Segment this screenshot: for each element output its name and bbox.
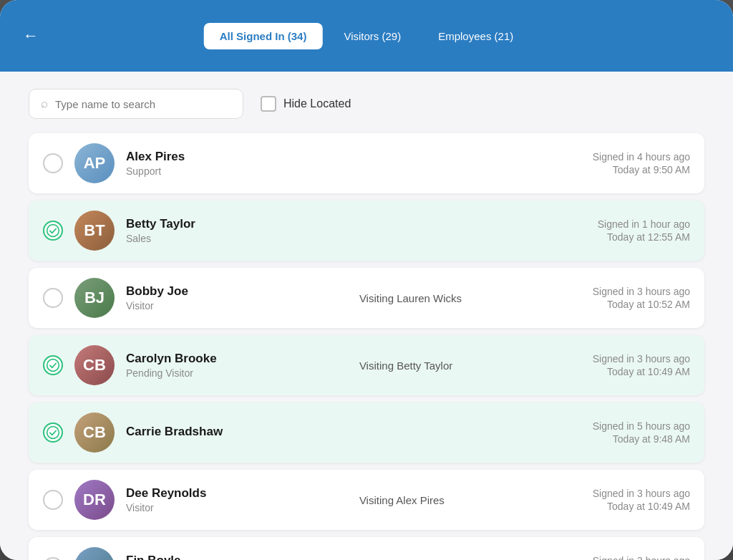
search-input[interactable] [55,98,231,110]
person-card-carrie-bradshaw[interactable]: CBCarrie BradshawSigned in 5 hours agoTo… [29,402,704,463]
signed-in-label-alex-pires: Signed in 4 hours ago [593,151,690,163]
hide-located-toggle[interactable]: Hide Located [261,96,351,112]
person-time-alex-pires: Signed in 4 hours agoToday at 9:50 AM [593,151,690,175]
person-time-fin-boyle: Signed in 3 hours agoToday at 10:52 AM [593,555,690,560]
tab-all[interactable]: All Signed In (34) [204,23,323,49]
avatar-bobby-joe: BJ [74,278,115,318]
search-icon: ⌕ [41,97,48,111]
person-time-carolyn-brooke: Signed in 3 hours agoToday at 10:49 AM [593,353,690,377]
person-info-fin-boyle: Fin BoyleSales [126,554,348,560]
signed-in-label-carolyn-brooke: Signed in 3 hours ago [593,353,690,365]
person-role-alex-pires: Support [126,165,348,177]
avatar-dee-reynolds: DR [74,480,115,520]
person-name-carrie-bradshaw: Carrie Bradshaw [126,425,348,439]
app-container: ← All Signed In (34)Visitors (29)Employe… [0,0,733,560]
person-info-carolyn-brooke: Carolyn BrookePending Visitor [126,352,348,379]
avatar-alex-pires: AP [74,143,115,183]
time-value-alex-pires: Today at 9:50 AM [593,164,690,175]
time-value-betty-taylor: Today at 12:55 AM [598,231,690,243]
person-info-bobby-joe: Bobby JoeVisitor [126,284,348,312]
hide-located-label: Hide Located [283,97,351,110]
person-card-dee-reynolds[interactable]: DRDee ReynoldsVisitorVisiting Alex Pires… [29,470,704,530]
person-visiting-bobby-joe: Visiting Lauren Wicks [359,292,581,304]
person-name-dee-reynolds: Dee Reynolds [126,486,348,501]
search-box[interactable]: ⌕ [29,89,243,119]
person-info-alex-pires: Alex PiresSupport [126,150,348,177]
person-card-bobby-joe[interactable]: BJBobby JoeVisitorVisiting Lauren WicksS… [29,268,704,328]
tab-bar: All Signed In (34)Visitors (29)Employees… [204,23,529,49]
signed-in-label-dee-reynolds: Signed in 3 hours ago [593,488,690,499]
person-visiting-carolyn-brooke: Visiting Betty Taylor [359,359,581,372]
svg-point-1 [47,359,59,372]
person-time-betty-taylor: Signed in 1 hour agoToday at 12:55 AM [598,218,690,243]
person-role-carolyn-brooke: Pending Visitor [126,367,348,379]
person-card-fin-boyle[interactable]: FBFin BoyleSalesSigned in 3 hours agoTod… [29,537,704,560]
filter-row: ⌕ Hide Located [29,89,704,119]
person-name-bobby-joe: Bobby Joe [126,284,348,299]
person-role-bobby-joe: Visitor [126,300,348,312]
locate-toggle-carrie-bradshaw[interactable] [43,423,63,443]
header: ← All Signed In (34)Visitors (29)Employe… [0,0,733,72]
avatar-carrie-bradshaw: CB [74,412,115,453]
time-value-carolyn-brooke: Today at 10:49 AM [593,366,690,377]
person-role-dee-reynolds: Visitor [126,502,348,513]
person-time-dee-reynolds: Signed in 3 hours agoToday at 10:49 AM [593,488,690,512]
svg-point-2 [47,427,59,439]
person-role-betty-taylor: Sales [126,233,350,244]
person-card-betty-taylor[interactable]: BTBetty TaylorSalesSigned in 1 hour agoT… [29,201,704,261]
person-card-alex-pires[interactable]: APAlex PiresSupportSigned in 4 hours ago… [29,133,704,193]
person-time-carrie-bradshaw: Signed in 5 hours agoToday at 9:48 AM [593,420,690,445]
locate-toggle-alex-pires[interactable] [43,153,63,173]
person-name-carolyn-brooke: Carolyn Brooke [126,352,348,366]
person-list: APAlex PiresSupportSigned in 4 hours ago… [29,133,704,560]
locate-toggle-carolyn-brooke[interactable] [43,355,63,375]
avatar-fin-boyle: FB [74,547,115,560]
tab-visitors[interactable]: Visitors (29) [328,23,417,49]
time-value-dee-reynolds: Today at 10:49 AM [593,501,690,512]
locate-toggle-dee-reynolds[interactable] [43,490,63,510]
back-icon: ← [23,26,39,45]
locate-toggle-bobby-joe[interactable] [43,288,63,308]
person-card-carolyn-brooke[interactable]: CBCarolyn BrookePending VisitorVisiting … [29,335,704,395]
back-button[interactable]: ← [17,21,44,51]
person-visiting-dee-reynolds: Visiting Alex Pires [359,494,581,506]
signed-in-label-bobby-joe: Signed in 3 hours ago [593,286,690,297]
main-content: ⌕ Hide Located APAlex PiresSupportSigned… [0,72,733,560]
person-name-alex-pires: Alex Pires [126,150,348,164]
person-info-dee-reynolds: Dee ReynoldsVisitor [126,486,348,513]
person-info-carrie-bradshaw: Carrie Bradshaw [126,425,348,440]
svg-point-0 [47,225,59,237]
time-value-bobby-joe: Today at 10:52 AM [593,299,690,310]
tab-employees[interactable]: Employees (21) [422,23,529,49]
time-value-carrie-bradshaw: Today at 9:48 AM [593,433,690,445]
person-info-betty-taylor: Betty TaylorSales [126,217,350,244]
locate-toggle-fin-boyle[interactable] [43,557,63,560]
person-name-betty-taylor: Betty Taylor [126,217,350,231]
hide-located-checkbox[interactable] [261,96,276,112]
person-name-fin-boyle: Fin Boyle [126,554,348,560]
person-time-bobby-joe: Signed in 3 hours agoToday at 10:52 AM [593,286,690,310]
signed-in-label-betty-taylor: Signed in 1 hour ago [598,218,690,230]
avatar-betty-taylor: BT [74,211,115,251]
signed-in-label-fin-boyle: Signed in 3 hours ago [593,555,690,560]
locate-toggle-betty-taylor[interactable] [43,221,63,241]
avatar-carolyn-brooke: CB [74,345,115,385]
signed-in-label-carrie-bradshaw: Signed in 5 hours ago [593,420,690,432]
